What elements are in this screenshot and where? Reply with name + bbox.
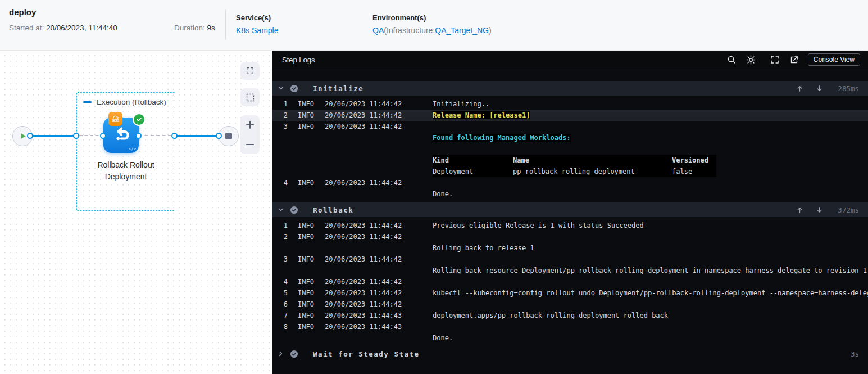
log-timestamp: 20/06/2023 11:44:42 [325,110,433,121]
open-in-new-icon [789,55,799,65]
execution-header: deploy Started at: 20/06/2023, 11:44:40 … [0,0,868,51]
canvas-marquee-select-button[interactable] [240,88,260,106]
expand-button[interactable] [768,53,781,66]
log-line-number: 4 [272,177,288,188]
log-message: Initializing.. [433,98,868,110]
log-timestamp [325,155,433,166]
log-message [433,143,868,155]
canvas-fullscreen-button[interactable] [240,62,260,80]
started-at-value: 20/06/2023, 11:44:40 [46,24,117,32]
scroll-top-button[interactable] [796,206,803,214]
log-timestamp: 20/06/2023 11:44:43 [325,310,433,321]
chevron-down-icon [278,85,284,92]
log-line-number [272,143,288,155]
step-success-icon [290,206,298,214]
log-row: 2INFO20/06/2023 11:44:42Release Name: [r… [272,110,868,121]
log-section-header-initialize[interactable]: Initialize285ms [272,81,868,96]
log-message: Rolling back to release 1 [433,242,868,254]
chevron-down-icon [278,206,284,213]
log-line-number [272,242,288,254]
log-level [298,332,325,344]
service-link[interactable]: K8s Sample [236,26,278,35]
section-duration: 3s [834,350,859,358]
services-label: Service(s) [236,13,278,22]
environment-link[interactable]: QA [372,26,384,35]
log-level: INFO [298,110,325,121]
services-block: Service(s) K8s Sample [236,13,278,35]
zoom-in-button[interactable] [240,115,260,135]
log-timestamp: 20/06/2023 11:44:42 [325,299,433,310]
log-line-number: 1 [272,220,288,231]
expand-icon [770,55,780,65]
infrastructure-label: (Infrastructure: [384,26,435,35]
log-message: Found following Managed Workloads: [433,132,868,143]
log-row: 4INFO20/06/2023 11:44:42 [272,276,868,287]
log-level: INFO [298,310,325,321]
log-message [433,177,868,188]
connection-port[interactable] [27,133,33,139]
scroll-bottom-button[interactable] [816,85,823,92]
log-section-header-wait-for-steady-state[interactable]: Wait for Steady State3s [272,346,868,361]
step-node-label: Rollback Rollout Deployment [71,159,181,183]
log-message [433,121,868,132]
pipeline-execution-page: deploy Started at: 20/06/2023, 11:44:40 … [0,0,868,374]
log-section-title: Wait for Steady State [313,350,420,358]
log-section-header-rollback[interactable]: Rollback372ms [272,202,868,217]
log-line-number: 2 [272,110,288,121]
log-message-highlight: Found following Managed Workloads: [433,134,571,142]
open-in-new-button[interactable] [788,53,801,66]
log-table-cell: Name [513,155,672,166]
log-timestamp: 20/06/2023 11:44:42 [325,231,433,242]
log-line-number [272,265,288,276]
console-view-button[interactable]: Console View [808,53,860,66]
connection-port[interactable] [73,133,79,139]
log-message [433,231,868,242]
log-row: Rolling back resource Deployment/pp-roll… [272,265,868,276]
log-timestamp [325,242,433,254]
log-line-number [272,166,288,177]
log-level: INFO [298,177,325,188]
log-timestamp: 20/06/2023 11:44:42 [325,276,433,287]
log-message: KindNameVersioned [433,155,868,166]
log-message [433,299,868,310]
log-table-cell: Versioned [672,155,716,166]
step-logs-toolbar: Step Logs [272,51,868,69]
pipeline-canvas[interactable]: Execution (Rollback) </> [0,51,272,374]
connection-port[interactable] [100,133,106,139]
log-row: Done. [272,332,868,344]
settings-button[interactable] [744,53,758,66]
execution-group-header[interactable]: Execution (Rollback) [83,98,166,106]
collapse-dash-icon[interactable] [83,101,92,103]
connection-port[interactable] [135,133,142,139]
log-row: 4INFO20/06/2023 11:44:42 [272,177,868,188]
log-row: Done. [272,188,868,200]
log-section-controls: 3s [823,350,859,358]
log-timestamp: 20/06/2023 11:44:42 [325,98,433,110]
infrastructure-link[interactable]: QA_Target_NG [435,26,489,35]
connection-port[interactable] [216,133,222,139]
log-table-cell: Deployment [433,166,513,177]
log-message: Deploymentpp-rollback-rolling-deployment… [433,166,868,177]
log-timestamp [325,332,433,344]
log-row: Deploymentpp-rollback-rolling-deployment… [272,166,868,177]
scroll-top-button[interactable] [796,85,803,92]
log-level [298,265,325,276]
scroll-bottom-button[interactable] [816,206,823,214]
connection-port[interactable] [171,133,178,139]
log-line-number [272,332,288,344]
zoom-in-icon [245,120,255,130]
log-level: INFO [298,276,325,287]
search-button[interactable] [725,53,738,66]
section-duration: 372ms [834,206,859,214]
started-at: Started at: 20/06/2023, 11:44:40 [9,24,117,32]
log-message-highlight: Release Name: [release1] [433,111,530,119]
zoom-out-button[interactable] [240,135,260,155]
log-section-title: Rollback [313,206,353,214]
step-logs-panel: Step Logs [272,51,868,374]
log-table-cell: pp-rollback-rolling-deployment [513,166,672,177]
log-level: INFO [298,287,325,299]
log-section-controls: 372ms [784,206,859,214]
log-row: 2INFO20/06/2023 11:44:42 [272,231,868,242]
log-table-cell: Kind [433,155,513,166]
log-timestamp: 20/06/2023 11:44:42 [325,287,433,299]
